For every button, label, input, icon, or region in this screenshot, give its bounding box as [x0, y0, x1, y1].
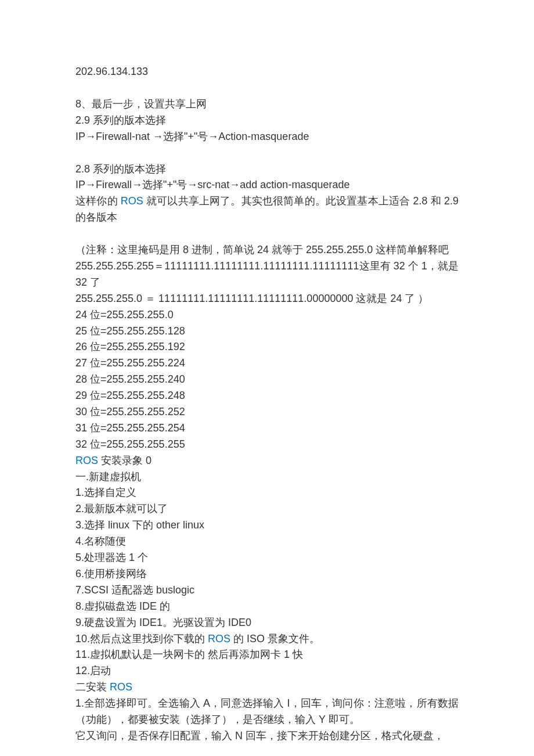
- ip-address-line: 202.96.134.133: [75, 64, 459, 80]
- mask-entry: 32 位=255.255.255.255: [75, 437, 459, 453]
- section-1-item-10: 10.然后点这里找到你下载的 ROS 的 ISO 景象文件。: [75, 631, 459, 647]
- mask-note-line-1: （注释：这里掩码是用 8 进制，简单说 24 就等于 255.255.255.0…: [75, 242, 459, 258]
- ros-link[interactable]: ROS: [110, 681, 132, 693]
- section-2-item-1: 1.全部选择即可。全选输入 A，同意选择输入 I，回车，询问你：注意啦，所有数据…: [75, 696, 459, 728]
- text-prefix: 二安装: [75, 681, 110, 693]
- mask-entry: 30 位=255.255.255.252: [75, 404, 459, 420]
- section-1-item: 5.处理器选 1 个: [75, 550, 459, 566]
- text-prefix: 10.然后点这里找到你下载的: [75, 633, 208, 645]
- section-1-item: 4.名称随便: [75, 534, 459, 550]
- ros-link[interactable]: ROS: [208, 633, 230, 645]
- section-1-item: 11.虚拟机默认是一块网卡的 然后再添加网卡 1 快: [75, 647, 459, 663]
- ros-share-note: 这样你的 ROS 就可以共享上网了。其实也很简单的。此设置基本上适合 2.8 和…: [75, 193, 459, 226]
- section-1-item: 8.虚拟磁盘选 IDE 的: [75, 599, 459, 615]
- section-1-item: 7.SCSI 适配器选 buslogic: [75, 582, 459, 599]
- version-29-label: 2.9 系列的版本选择: [75, 113, 459, 129]
- section-1-item: 3.选择 linux 下的 other linux: [75, 517, 459, 534]
- ros-link[interactable]: ROS: [75, 455, 98, 466]
- version-29-path: IP→Firewall-nat →选择"+"号→Action-masquerad…: [75, 129, 459, 145]
- ros-link[interactable]: ROS: [121, 195, 143, 207]
- mask-note-line-2: 255.255.255.255＝11111111.11111111.111111…: [75, 258, 459, 291]
- section-2-title: 二安装 ROS: [75, 679, 459, 696]
- step-8-title: 8、最后一步，设置共享上网: [75, 96, 459, 113]
- mask-entry: 27 位=255.255.255.224: [75, 355, 459, 372]
- mask-entry: 24 位=255.255.255.0: [75, 307, 459, 323]
- section-1-item: 12.启动: [75, 663, 459, 679]
- mask-entry: 31 位=255.255.255.254: [75, 420, 459, 437]
- ros-install-text: 安装录象 0: [98, 455, 151, 466]
- version-28-path: IP→Firewall→选择"+"号→src-nat→add action-ma…: [75, 177, 459, 193]
- mask-entry: 28 位=255.255.255.240: [75, 372, 459, 388]
- mask-note-line-3: 255.255.255.0 ＝ 11111111.11111111.111111…: [75, 291, 459, 307]
- section-2-item-1b: 它又询问，是否保存旧配置，输入 N 回车，接下来开始创建分区，格式化硬盘，: [75, 728, 459, 744]
- text-suffix: 的 ISO 景象文件。: [230, 633, 320, 645]
- mask-entry: 29 位=255.255.255.248: [75, 388, 459, 404]
- text-prefix: 这样你的: [75, 195, 121, 207]
- section-1-item: 1.选择自定义: [75, 485, 459, 501]
- document-content: 202.96.134.133 8、最后一步，设置共享上网 2.9 系列的版本选择…: [75, 64, 459, 744]
- section-1-title: 一.新建虚拟机: [75, 469, 459, 485]
- section-1-item: 9.硬盘设置为 IDE1。光驱设置为 IDE0: [75, 615, 459, 631]
- section-1-item: 6.使用桥接网络: [75, 566, 459, 582]
- ros-install-heading: ROS 安装录象 0: [75, 453, 459, 469]
- mask-entry: 26 位=255.255.255.192: [75, 339, 459, 355]
- mask-entry: 25 位=255.255.255.128: [75, 323, 459, 340]
- section-1-item: 2.最新版本就可以了: [75, 501, 459, 517]
- version-28-label: 2.8 系列的版本选择: [75, 161, 459, 178]
